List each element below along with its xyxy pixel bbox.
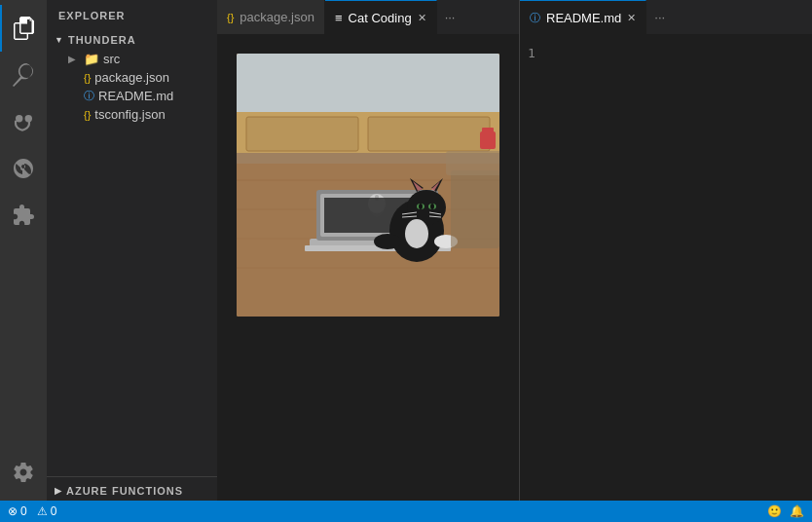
left-editor: {} package.json ≡ Cat Coding ✕ ··· [217,0,519,501]
extensions-icon[interactable] [0,192,47,239]
search-icon[interactable] [0,52,47,98]
expand-arrow: ▶ [55,486,62,496]
editor-area: {} package.json ≡ Cat Coding ✕ ··· [217,0,812,501]
svg-rect-38 [451,170,499,248]
src-folder[interactable]: ▶ 📁 src [47,50,217,68]
project-tree: ▼ THUNDERA ▶ 📁 src ▶ {} package.json ▶ ⓘ… [47,26,217,124]
status-left: ⊗ 0 ⚠ 0 [8,504,56,518]
activity-bar-bottom [0,449,47,501]
expand-arrow: ▶ [68,54,80,64]
more-icon: ··· [654,10,665,24]
tab-package-json[interactable]: {} package.json [217,0,325,34]
close-icon[interactable]: ✕ [418,12,426,24]
json-icon: {} [84,72,91,84]
tab-readme-md[interactable]: ⓘ README.md ✕ [520,0,646,34]
svg-rect-12 [480,131,496,149]
folder-icon: 📁 [84,52,99,66]
right-editor-content: 1 [520,34,812,501]
tab-label: README.md [546,11,621,25]
svg-point-22 [407,190,446,225]
tabs-more-right[interactable]: ··· [646,0,673,34]
line-numbers: 1 [520,34,543,501]
tab-label: Cat Coding [349,11,412,25]
right-editor: ⓘ README.md ✕ ··· 1 [520,0,812,501]
error-icon: ⊗ [8,504,18,518]
more-icon: ··· [445,10,456,24]
smiley-icon[interactable]: 🙂 [767,504,782,518]
left-tabs: {} package.json ≡ Cat Coding ✕ ··· [217,0,519,34]
file-label: tsconfig.json [94,107,165,122]
svg-point-31 [405,219,428,248]
project-root[interactable]: ▼ THUNDERA [47,26,217,50]
settings-icon[interactable] [0,449,47,496]
error-number: 0 [20,504,27,518]
project-name: THUNDERA [68,34,136,46]
md-icon: ⓘ [84,89,94,103]
status-bar: ⊗ 0 ⚠ 0 🙂 🔔 [0,501,812,522]
tab-label: package.json [240,10,314,24]
file-label: package.json [94,70,169,85]
readme-md-file[interactable]: ▶ ⓘ README.md [47,87,217,105]
app-container: Explorer ▼ THUNDERA ▶ 📁 src ▶ {} package… [0,0,812,522]
right-tabs: ⓘ README.md ✕ ··· [520,0,812,34]
svg-point-32 [374,234,401,249]
svg-rect-13 [482,128,494,132]
svg-point-29 [419,204,423,209]
sidebar-header: Explorer [47,0,217,26]
svg-rect-5 [368,117,490,151]
svg-rect-39 [446,151,499,175]
cat-image-container [237,54,499,317]
tabs-more-left[interactable]: ··· [437,0,463,34]
cat-coding-image [237,54,499,317]
sidebar: Explorer ▼ THUNDERA ▶ 📁 src ▶ {} package… [47,0,217,501]
tab-icon: {} [227,12,234,23]
line-number: 1 [528,44,535,63]
left-editor-content [217,34,519,501]
svg-point-30 [430,204,434,209]
tab-cat-coding[interactable]: ≡ Cat Coding ✕ [325,0,437,34]
json-icon: {} [84,109,91,121]
source-control-icon[interactable] [0,98,47,145]
main-area: Explorer ▼ THUNDERA ▶ 📁 src ▶ {} package… [0,0,812,501]
status-right: 🙂 🔔 [767,504,804,518]
package-json-file[interactable]: ▶ {} package.json [47,68,217,87]
warning-count[interactable]: ⚠ 0 [37,504,57,518]
warning-icon: ⚠ [37,504,48,518]
error-count[interactable]: ⊗ 0 [8,504,27,518]
close-icon[interactable]: ✕ [627,12,636,24]
azure-functions-section[interactable]: ▶ AZURE FUNCTIONS [47,476,217,501]
activity-bar [0,0,47,501]
svg-rect-2 [237,54,499,112]
warning-number: 0 [51,504,57,518]
tsconfig-json-file[interactable]: ▶ {} tsconfig.json [47,105,217,124]
svg-rect-4 [246,117,358,151]
debug-icon[interactable] [0,145,47,192]
azure-label: AZURE FUNCTIONS [66,485,183,497]
folder-label: src [103,52,120,66]
tab-icon: ≡ [335,11,343,25]
bell-icon[interactable]: 🔔 [790,504,804,518]
editor-pane: {} package.json ≡ Cat Coding ✕ ··· [217,0,812,501]
file-label: README.md [98,89,173,103]
expand-arrow: ▼ [55,35,64,45]
tab-icon: ⓘ [530,11,540,25]
files-icon[interactable] [0,5,47,52]
